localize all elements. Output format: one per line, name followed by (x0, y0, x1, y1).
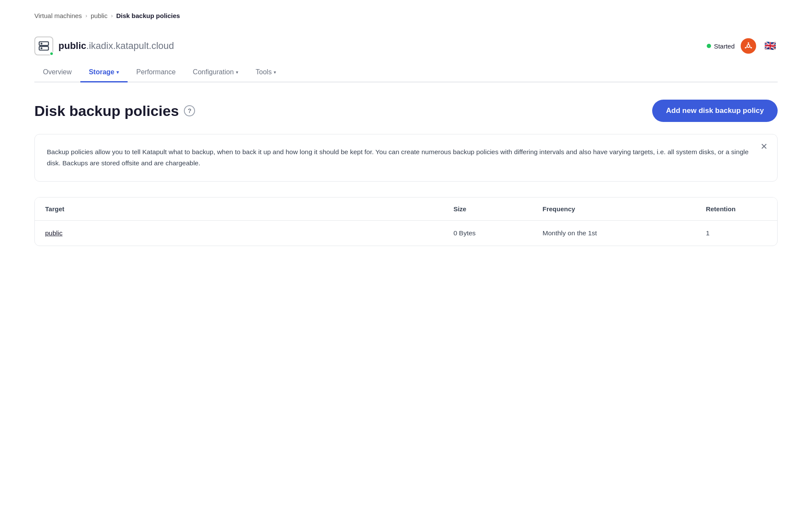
ubuntu-icon[interactable] (741, 38, 756, 54)
table-cell-target: public (35, 220, 443, 246)
breadcrumb-separator-2: › (111, 12, 113, 19)
info-close-button[interactable]: ✕ (760, 142, 768, 151)
tab-performance[interactable]: Performance (128, 63, 184, 82)
status-badge: Started (707, 43, 735, 50)
svg-point-7 (751, 47, 752, 48)
info-message: Backup policies allow you to tell Katapu… (47, 148, 748, 167)
tab-configuration[interactable]: Configuration ▾ (184, 63, 247, 82)
table-header-retention: Retention (696, 198, 777, 221)
vm-title-group: public.ikadix.katapult.cloud (34, 36, 174, 55)
svg-line-10 (750, 47, 751, 47)
tab-overview[interactable]: Overview (34, 63, 80, 82)
backup-policies-table: Target Size Frequency Retention public 0… (34, 197, 778, 246)
breadcrumb-public[interactable]: public (91, 12, 107, 19)
info-box: Backup policies allow you to tell Katapu… (34, 134, 778, 182)
page-title-row: Disk backup policies ? Add new disk back… (34, 100, 778, 122)
svg-point-2 (41, 43, 42, 44)
tab-storage[interactable]: Storage ▾ (80, 63, 128, 82)
breadcrumb: Virtual machines › public › Disk backup … (0, 0, 812, 28)
add-disk-backup-policy-button[interactable]: Add new disk backup policy (652, 100, 778, 122)
vm-header-right: Started 🇬🇧 (707, 38, 778, 54)
breadcrumb-separator-1: › (85, 12, 87, 19)
nav-tabs: Overview Storage ▾ Performance Configura… (34, 63, 778, 82)
breadcrumb-virtual-machines[interactable]: Virtual machines (34, 12, 82, 19)
vm-name: public.ikadix.katapult.cloud (58, 40, 174, 52)
table-row: public 0 Bytes Monthly on the 1st 1 (35, 220, 777, 246)
vm-icon (34, 36, 53, 55)
status-dot (707, 44, 711, 48)
table-header-frequency: Frequency (532, 198, 696, 221)
table-header-row: Target Size Frequency Retention (35, 198, 777, 221)
target-link[interactable]: public (45, 229, 63, 237)
vm-header: public.ikadix.katapult.cloud Started (34, 28, 778, 55)
table-cell-retention: 1 (696, 220, 777, 246)
table-cell-size: 0 Bytes (443, 220, 532, 246)
svg-point-6 (748, 42, 749, 43)
table-header-size: Size (443, 198, 532, 221)
breadcrumb-current: Disk backup policies (116, 12, 180, 19)
vm-status-dot (49, 52, 54, 56)
table-cell-frequency: Monthly on the 1st (532, 220, 696, 246)
flag-icon[interactable]: 🇬🇧 (762, 38, 778, 54)
svg-point-3 (41, 48, 42, 49)
svg-line-11 (746, 47, 747, 47)
page-title-group: Disk backup policies ? (34, 103, 195, 119)
configuration-chevron: ▾ (236, 70, 238, 75)
svg-rect-1 (39, 46, 49, 50)
tools-chevron: ▾ (274, 70, 276, 75)
table-header-target: Target (35, 198, 443, 221)
tab-tools[interactable]: Tools ▾ (247, 63, 285, 82)
status-label: Started (714, 43, 735, 50)
storage-chevron: ▾ (116, 70, 119, 75)
svg-rect-0 (39, 42, 49, 46)
page-title: Disk backup policies (34, 103, 179, 119)
help-icon[interactable]: ? (184, 105, 195, 116)
svg-point-8 (745, 47, 746, 48)
